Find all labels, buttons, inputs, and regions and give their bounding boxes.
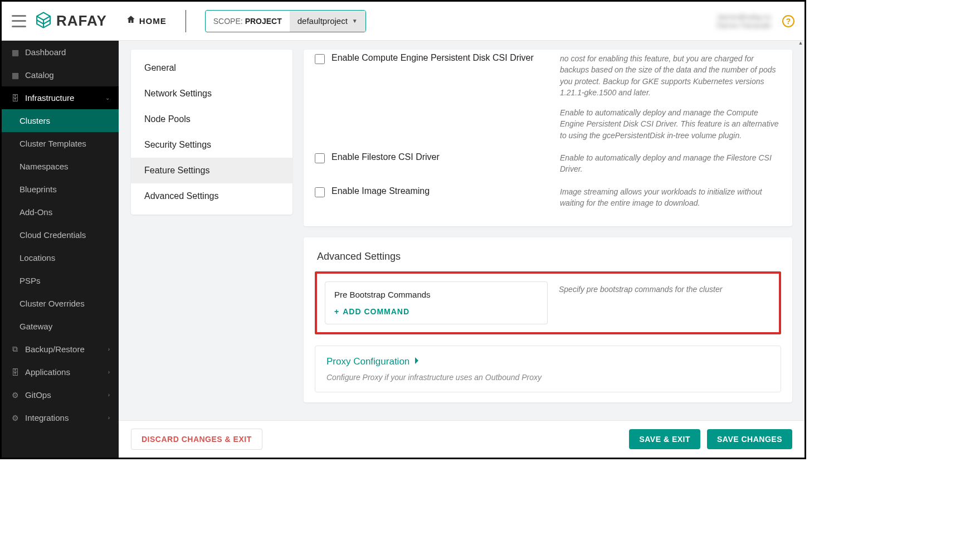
chevron-right-icon: ›	[108, 346, 110, 352]
divider	[186, 10, 186, 32]
sidebar-item-cluster-overrides[interactable]: Cluster Overrides	[2, 292, 119, 315]
chevron-right-icon: ›	[108, 415, 110, 421]
settings-tab-general[interactable]: General	[131, 55, 292, 81]
caret-down-icon: ▼	[352, 18, 358, 24]
sidebar-item-label: Infrastructure	[25, 93, 74, 103]
feature-checkbox[interactable]	[315, 187, 325, 197]
home-label: HOME	[139, 16, 167, 26]
sidebar-item-infrastructure[interactable]: 🗄Infrastructure⌄	[2, 86, 119, 109]
feature-description: no cost for enabling this feature, but y…	[560, 53, 781, 141]
prebootstrap-title: Pre Bootstrap Commands	[334, 290, 538, 299]
brand-mark-icon	[34, 11, 53, 32]
scope-project-dropdown[interactable]: defaultproject ▼	[290, 11, 365, 32]
menu-toggle-icon[interactable]	[12, 15, 26, 27]
feature-label: Enable Filestore CSI Driver	[331, 152, 440, 162]
sidebar-item-label: Dashboard	[25, 47, 66, 57]
settings-tab-network-settings[interactable]: Network Settings	[131, 81, 292, 106]
sidebar-item-label: Catalog	[25, 70, 54, 80]
save-exit-button[interactable]: SAVE & EXIT	[629, 429, 700, 449]
settings-tab-node-pools[interactable]: Node Pools	[131, 106, 292, 132]
settings-tab-feature-settings[interactable]: Feature Settings	[131, 158, 292, 183]
prebootstrap-desc: Specify pre bootstrap commands for the c…	[559, 284, 771, 295]
feature-label: Enable Image Streaming	[331, 186, 430, 196]
sidebar-item-blueprints[interactable]: Blueprints	[2, 178, 119, 201]
sidebar-item-label: PSPs	[19, 276, 41, 285]
sidebar: ▦Dashboard▦Catalog🗄Infrastructure⌄Cluste…	[2, 41, 119, 458]
home-link[interactable]: HOME	[126, 14, 167, 27]
briefcase-icon: 🗄	[11, 368, 19, 377]
chevron-right-icon: ›	[108, 369, 110, 375]
feature-checkbox[interactable]	[315, 54, 325, 64]
feature-row: Enable Image StreamingImage streaming al…	[315, 183, 781, 217]
sidebar-item-add-ons[interactable]: Add-Ons	[2, 201, 119, 223]
action-footer: DISCARD CHANGES & EXIT SAVE & EXIT SAVE …	[119, 420, 805, 458]
sidebar-item-label: Add-Ons	[19, 207, 52, 217]
proxy-config-card: Proxy Configuration Configure Proxy if y…	[315, 346, 781, 392]
settings-tab-security-settings[interactable]: Security Settings	[131, 132, 292, 158]
main-content: GeneralNetwork SettingsNode PoolsSecurit…	[119, 41, 805, 458]
user-menu[interactable]: darren@rafay.co Darren Hanasaki	[716, 13, 771, 30]
prebootstrap-highlight: Pre Bootstrap Commands + ADD COMMAND Spe…	[315, 271, 781, 334]
sidebar-item-catalog[interactable]: ▦Catalog	[2, 64, 119, 86]
sidebar-item-label: Clusters	[19, 116, 50, 125]
feature-row: Enable Compute Engine Persistent Disk CS…	[315, 50, 781, 149]
sidebar-item-label: Integrations	[25, 413, 69, 422]
briefcase-icon: 🗄	[11, 94, 19, 103]
grid-icon: ▦	[11, 48, 19, 57]
add-command-button[interactable]: + ADD COMMAND	[334, 307, 538, 316]
sidebar-item-locations[interactable]: Locations	[2, 246, 119, 269]
sidebar-item-cluster-templates[interactable]: Cluster Templates	[2, 132, 119, 155]
sidebar-item-label: Backup/Restore	[25, 344, 85, 354]
user-email: darren@rafay.co	[716, 13, 771, 21]
feature-label: Enable Compute Engine Persistent Disk CS…	[331, 53, 534, 63]
sidebar-item-integrations[interactable]: ⚙Integrations›	[2, 406, 119, 429]
save-changes-button[interactable]: SAVE CHANGES	[707, 429, 792, 449]
scope-selector: SCOPE: PROJECT defaultproject ▼	[205, 10, 366, 32]
settings-tab-advanced-settings[interactable]: Advanced Settings	[131, 183, 292, 209]
brand-name: RAFAY	[56, 12, 107, 30]
sidebar-item-label: Cluster Overrides	[19, 299, 85, 308]
feature-row: Enable Filestore CSI DriverEnable to aut…	[315, 149, 781, 183]
brand-logo[interactable]: RAFAY	[34, 11, 107, 32]
feature-checkbox[interactable]	[315, 153, 325, 163]
chevron-down-icon: ⌄	[105, 95, 110, 101]
sidebar-item-cloud-credentials[interactable]: Cloud Credentials	[2, 223, 119, 246]
sliders-icon: ⚙	[11, 391, 19, 400]
chevron-right-icon: ›	[108, 392, 110, 398]
advanced-settings-title: Advanced Settings	[315, 247, 781, 271]
sidebar-item-clusters[interactable]: Clusters	[2, 109, 119, 132]
copy-icon: ⧉	[11, 344, 19, 354]
sidebar-item-gateway[interactable]: Gateway	[2, 315, 119, 338]
help-icon[interactable]: ?	[782, 15, 794, 27]
sidebar-item-backup-restore[interactable]: ⧉Backup/Restore›	[2, 338, 119, 361]
proxy-desc: Configure Proxy if your infrastructure u…	[326, 373, 769, 382]
sliders-icon: ⚙	[11, 414, 19, 422]
plus-icon: +	[334, 307, 339, 316]
settings-nav: GeneralNetwork SettingsNode PoolsSecurit…	[131, 50, 292, 215]
sidebar-item-psps[interactable]: PSPs	[2, 269, 119, 292]
feature-description: Enable to automatically deploy and manag…	[560, 152, 781, 175]
sidebar-item-dashboard[interactable]: ▦Dashboard	[2, 41, 119, 64]
scope-label: SCOPE: PROJECT	[206, 11, 290, 32]
grid-icon: ▦	[11, 71, 19, 80]
user-name: Darren Hanasaki	[716, 21, 771, 30]
home-icon	[126, 14, 136, 27]
scope-project-name: defaultproject	[298, 16, 348, 26]
sidebar-item-label: Cloud Credentials	[19, 230, 86, 240]
scroll-up-icon[interactable]: ▲	[798, 41, 803, 46]
sidebar-item-label: Locations	[19, 253, 55, 263]
scope-kind: PROJECT	[245, 17, 282, 26]
proxy-config-toggle[interactable]: Proxy Configuration	[326, 356, 769, 367]
sidebar-item-label: Namespaces	[19, 162, 69, 171]
sidebar-item-namespaces[interactable]: Namespaces	[2, 155, 119, 178]
proxy-title-label: Proxy Configuration	[326, 356, 409, 367]
add-command-label: ADD COMMAND	[343, 307, 409, 316]
sidebar-item-label: Gateway	[19, 322, 52, 331]
advanced-settings-card: Advanced Settings Pre Bootstrap Commands…	[304, 237, 792, 402]
discard-button[interactable]: DISCARD CHANGES & EXIT	[131, 429, 262, 450]
sidebar-item-applications[interactable]: 🗄Applications›	[2, 361, 119, 383]
scope-prefix: SCOPE:	[213, 17, 243, 26]
scrollbar[interactable]: ▲	[798, 41, 803, 458]
top-bar: RAFAY HOME SCOPE: PROJECT defaultproject…	[2, 2, 805, 41]
sidebar-item-gitops[interactable]: ⚙GitOps›	[2, 383, 119, 406]
